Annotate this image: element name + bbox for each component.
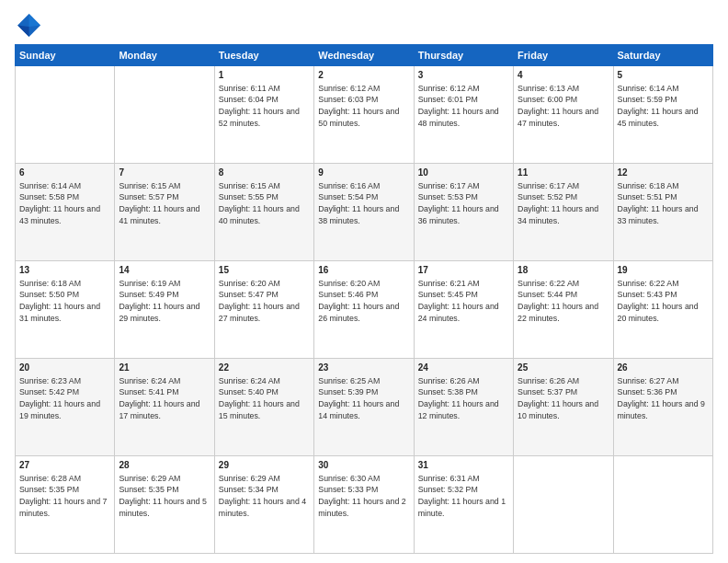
day-number: 11 xyxy=(518,167,609,179)
day-of-week-header: Monday xyxy=(115,45,214,66)
day-number: 10 xyxy=(418,167,509,179)
calendar-cell: 12Sunrise: 6:18 AM Sunset: 5:51 PM Dayli… xyxy=(613,164,712,261)
calendar-cell: 24Sunrise: 6:26 AM Sunset: 5:38 PM Dayli… xyxy=(414,359,513,456)
day-number: 29 xyxy=(219,459,310,472)
day-info: Sunrise: 6:11 AM Sunset: 6:04 PM Dayligh… xyxy=(219,84,300,129)
day-of-week-header: Sunday xyxy=(16,45,115,66)
calendar-cell: 27Sunrise: 6:28 AM Sunset: 5:35 PM Dayli… xyxy=(16,456,115,554)
day-info: Sunrise: 6:29 AM Sunset: 5:34 PM Dayligh… xyxy=(219,474,306,519)
day-number: 21 xyxy=(119,362,210,374)
calendar-cell: 3Sunrise: 6:12 AM Sunset: 6:01 PM Daylig… xyxy=(414,66,513,164)
day-info: Sunrise: 6:18 AM Sunset: 5:50 PM Dayligh… xyxy=(19,279,100,324)
day-info: Sunrise: 6:25 AM Sunset: 5:39 PM Dayligh… xyxy=(318,376,399,421)
day-info: Sunrise: 6:28 AM Sunset: 5:35 PM Dayligh… xyxy=(19,474,107,519)
day-info: Sunrise: 6:22 AM Sunset: 5:43 PM Dayligh… xyxy=(618,279,699,324)
calendar-cell: 19Sunrise: 6:22 AM Sunset: 5:43 PM Dayli… xyxy=(613,261,712,359)
calendar-cell xyxy=(514,456,613,554)
day-number: 23 xyxy=(318,362,409,374)
day-number: 30 xyxy=(318,459,409,472)
day-info: Sunrise: 6:12 AM Sunset: 6:03 PM Dayligh… xyxy=(318,84,399,129)
day-number: 31 xyxy=(418,459,509,472)
calendar-cell: 7Sunrise: 6:15 AM Sunset: 5:57 PM Daylig… xyxy=(115,164,214,261)
day-number: 20 xyxy=(19,362,110,374)
day-info: Sunrise: 6:14 AM Sunset: 5:58 PM Dayligh… xyxy=(19,181,100,226)
day-info: Sunrise: 6:16 AM Sunset: 5:54 PM Dayligh… xyxy=(318,181,399,226)
day-of-week-header: Wednesday xyxy=(314,45,414,66)
day-info: Sunrise: 6:13 AM Sunset: 6:00 PM Dayligh… xyxy=(518,84,598,129)
calendar-cell: 13Sunrise: 6:18 AM Sunset: 5:50 PM Dayli… xyxy=(16,261,115,359)
day-info: Sunrise: 6:15 AM Sunset: 5:57 PM Dayligh… xyxy=(119,181,199,226)
day-number: 27 xyxy=(19,459,110,472)
day-number: 28 xyxy=(119,459,210,472)
day-number: 14 xyxy=(119,264,210,277)
calendar-cell xyxy=(115,66,214,164)
day-number: 17 xyxy=(418,264,509,277)
calendar-cell: 20Sunrise: 6:23 AM Sunset: 5:42 PM Dayli… xyxy=(16,359,115,456)
calendar-week-row: 20Sunrise: 6:23 AM Sunset: 5:42 PM Dayli… xyxy=(16,359,713,456)
day-info: Sunrise: 6:27 AM Sunset: 5:36 PM Dayligh… xyxy=(618,376,705,421)
day-info: Sunrise: 6:23 AM Sunset: 5:42 PM Dayligh… xyxy=(19,376,100,421)
calendar-cell: 14Sunrise: 6:19 AM Sunset: 5:49 PM Dayli… xyxy=(115,261,214,359)
calendar-header-row: SundayMondayTuesdayWednesdayThursdayFrid… xyxy=(16,45,713,66)
day-number: 4 xyxy=(518,69,609,82)
calendar-cell: 1Sunrise: 6:11 AM Sunset: 6:04 PM Daylig… xyxy=(214,66,313,164)
day-info: Sunrise: 6:18 AM Sunset: 5:51 PM Dayligh… xyxy=(618,181,699,226)
calendar-cell: 17Sunrise: 6:21 AM Sunset: 5:45 PM Dayli… xyxy=(414,261,513,359)
day-info: Sunrise: 6:31 AM Sunset: 5:32 PM Dayligh… xyxy=(418,474,506,519)
day-info: Sunrise: 6:19 AM Sunset: 5:49 PM Dayligh… xyxy=(119,279,199,324)
calendar-page: SundayMondayTuesdayWednesdayThursdayFrid… xyxy=(0,0,728,563)
svg-marker-2 xyxy=(17,26,28,37)
calendar-cell: 11Sunrise: 6:17 AM Sunset: 5:52 PM Dayli… xyxy=(514,164,613,261)
calendar-cell: 9Sunrise: 6:16 AM Sunset: 5:54 PM Daylig… xyxy=(314,164,414,261)
day-info: Sunrise: 6:15 AM Sunset: 5:55 PM Dayligh… xyxy=(219,181,300,226)
day-number: 5 xyxy=(618,69,709,82)
day-of-week-header: Tuesday xyxy=(214,45,313,66)
calendar-cell: 2Sunrise: 6:12 AM Sunset: 6:03 PM Daylig… xyxy=(314,66,414,164)
calendar-table: SundayMondayTuesdayWednesdayThursdayFrid… xyxy=(15,44,713,554)
calendar-body: 1Sunrise: 6:11 AM Sunset: 6:04 PM Daylig… xyxy=(16,66,713,554)
calendar-cell: 29Sunrise: 6:29 AM Sunset: 5:34 PM Dayli… xyxy=(214,456,313,554)
day-info: Sunrise: 6:29 AM Sunset: 5:35 PM Dayligh… xyxy=(119,474,206,519)
calendar-week-row: 27Sunrise: 6:28 AM Sunset: 5:35 PM Dayli… xyxy=(16,456,713,554)
header xyxy=(15,11,713,37)
day-number: 13 xyxy=(19,264,110,277)
calendar-cell: 8Sunrise: 6:15 AM Sunset: 5:55 PM Daylig… xyxy=(214,164,313,261)
day-info: Sunrise: 6:22 AM Sunset: 5:44 PM Dayligh… xyxy=(518,279,598,324)
day-number: 16 xyxy=(318,264,409,277)
day-number: 9 xyxy=(318,167,409,179)
day-number: 1 xyxy=(219,69,310,82)
calendar-cell: 23Sunrise: 6:25 AM Sunset: 5:39 PM Dayli… xyxy=(314,359,414,456)
day-info: Sunrise: 6:24 AM Sunset: 5:40 PM Dayligh… xyxy=(219,376,300,421)
calendar-cell xyxy=(613,456,712,554)
calendar-cell: 10Sunrise: 6:17 AM Sunset: 5:53 PM Dayli… xyxy=(414,164,513,261)
day-info: Sunrise: 6:26 AM Sunset: 5:38 PM Dayligh… xyxy=(418,376,499,421)
day-number: 7 xyxy=(119,167,210,179)
day-info: Sunrise: 6:24 AM Sunset: 5:41 PM Dayligh… xyxy=(119,376,199,421)
day-info: Sunrise: 6:20 AM Sunset: 5:46 PM Dayligh… xyxy=(318,279,399,324)
day-of-week-header: Friday xyxy=(514,45,613,66)
calendar-cell: 21Sunrise: 6:24 AM Sunset: 5:41 PM Dayli… xyxy=(115,359,214,456)
logo-icon xyxy=(15,11,40,37)
calendar-week-row: 6Sunrise: 6:14 AM Sunset: 5:58 PM Daylig… xyxy=(16,164,713,261)
day-number: 22 xyxy=(219,362,310,374)
day-info: Sunrise: 6:17 AM Sunset: 5:52 PM Dayligh… xyxy=(518,181,598,226)
day-info: Sunrise: 6:12 AM Sunset: 6:01 PM Dayligh… xyxy=(418,84,499,129)
day-number: 25 xyxy=(518,362,609,374)
day-number: 24 xyxy=(418,362,509,374)
day-number: 8 xyxy=(219,167,310,179)
day-number: 19 xyxy=(618,264,709,277)
calendar-cell: 28Sunrise: 6:29 AM Sunset: 5:35 PM Dayli… xyxy=(115,456,214,554)
calendar-week-row: 1Sunrise: 6:11 AM Sunset: 6:04 PM Daylig… xyxy=(16,66,713,164)
day-of-week-header: Thursday xyxy=(414,45,513,66)
day-number: 26 xyxy=(618,362,709,374)
calendar-cell: 6Sunrise: 6:14 AM Sunset: 5:58 PM Daylig… xyxy=(16,164,115,261)
calendar-cell: 30Sunrise: 6:30 AM Sunset: 5:33 PM Dayli… xyxy=(314,456,414,554)
calendar-cell: 31Sunrise: 6:31 AM Sunset: 5:32 PM Dayli… xyxy=(414,456,513,554)
calendar-cell: 26Sunrise: 6:27 AM Sunset: 5:36 PM Dayli… xyxy=(613,359,712,456)
calendar-cell: 18Sunrise: 6:22 AM Sunset: 5:44 PM Dayli… xyxy=(514,261,613,359)
svg-marker-1 xyxy=(29,14,40,27)
day-number: 12 xyxy=(618,167,709,179)
logo xyxy=(15,11,44,37)
day-number: 6 xyxy=(19,167,110,179)
day-info: Sunrise: 6:30 AM Sunset: 5:33 PM Dayligh… xyxy=(318,474,405,519)
